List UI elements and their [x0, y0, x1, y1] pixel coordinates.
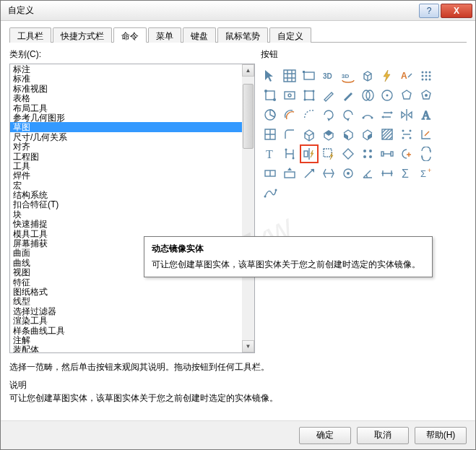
sigma-plus-icon[interactable]: Σ+: [417, 164, 436, 183]
tol-icon[interactable]: [261, 164, 280, 183]
arc-cw-icon[interactable]: [319, 105, 338, 124]
swap-icon[interactable]: [378, 105, 397, 124]
angle-icon[interactable]: [358, 164, 377, 183]
list-item[interactable]: 块: [10, 209, 254, 219]
list-item[interactable]: 工具: [10, 161, 254, 170]
hatch-icon[interactable]: [378, 125, 397, 144]
list-item[interactable]: 工程图: [10, 152, 254, 161]
grid2-icon[interactable]: [261, 125, 280, 144]
iso1-icon[interactable]: [319, 125, 338, 144]
dim-icon[interactable]: [378, 164, 397, 183]
dashed-arc-icon[interactable]: [300, 105, 319, 124]
help-button[interactable]: 帮助(H): [415, 427, 467, 444]
arrow-ur-icon[interactable]: [300, 164, 319, 183]
offset-c-icon[interactable]: [280, 105, 299, 124]
list-item[interactable]: 图纸格式: [10, 287, 254, 296]
list-item[interactable]: 注解: [10, 335, 254, 345]
stretch-icon[interactable]: [378, 144, 397, 163]
list-item[interactable]: 特征: [10, 277, 254, 287]
swap2-icon[interactable]: [417, 144, 436, 163]
grid-icon[interactable]: [280, 66, 299, 85]
half-plus-icon[interactable]: [397, 144, 416, 163]
list-item[interactable]: 渲染工具: [10, 316, 254, 325]
list-item[interactable]: 样条曲线工具: [10, 326, 254, 335]
list-item[interactable]: 宏: [10, 181, 254, 190]
arc-open-icon[interactable]: [358, 105, 377, 124]
spline-edit-icon[interactable]: [261, 183, 280, 202]
iso3-icon[interactable]: [358, 125, 377, 144]
svg-text:3D: 3D: [342, 73, 349, 79]
arc-ccw-icon[interactable]: [339, 105, 358, 124]
pencil-fill-icon[interactable]: [339, 86, 358, 105]
node-rect-icon[interactable]: [261, 86, 280, 105]
scroll-up-button[interactable]: ▲: [242, 64, 254, 77]
list-item[interactable]: 对齐: [10, 142, 254, 151]
list-item[interactable]: 布局工具: [10, 103, 254, 113]
dim-dots-icon[interactable]: [397, 125, 416, 144]
mirror-bolt-icon[interactable]: [300, 144, 319, 163]
list-item[interactable]: 焊件: [10, 170, 254, 180]
cube-icon[interactable]: [358, 66, 377, 85]
sigma-icon[interactable]: Σ: [397, 164, 416, 183]
rect-corner-icon[interactable]: [300, 66, 319, 85]
cursor-icon[interactable]: [261, 66, 280, 85]
circle-center-icon[interactable]: [378, 86, 397, 105]
pencil-icon[interactable]: [319, 86, 338, 105]
scroll-thumb[interactable]: [243, 84, 254, 149]
list-item[interactable]: 结构系统: [10, 190, 254, 199]
list-item[interactable]: 扣合特征(T): [10, 199, 254, 209]
tol-up-icon[interactable]: [280, 164, 299, 183]
flip-icon[interactable]: [319, 164, 338, 183]
close-title-button[interactable]: X: [441, 4, 472, 18]
tab-命令[interactable]: 命令: [113, 27, 147, 43]
tab-菜单[interactable]: 菜单: [148, 27, 181, 43]
poly-filled-icon[interactable]: [417, 86, 436, 105]
list-item[interactable]: 选择过滤器: [10, 306, 254, 316]
list-item[interactable]: 草图: [10, 122, 254, 131]
scroll-track[interactable]: [242, 77, 254, 340]
scrollbar[interactable]: ▲ ▼: [242, 64, 254, 352]
mirror-icon[interactable]: [397, 105, 416, 124]
diamond-icon[interactable]: [339, 144, 358, 163]
eye-rect-icon[interactable]: [280, 86, 299, 105]
help-title-button[interactable]: ?: [419, 4, 439, 18]
iso2-icon[interactable]: [339, 125, 358, 144]
list-item[interactable]: 快速捕捉: [10, 219, 254, 228]
fillet-icon[interactable]: [280, 125, 299, 144]
H-icon[interactable]: [280, 144, 299, 163]
list-item[interactable]: 标准: [10, 74, 254, 83]
categories-listbox[interactable]: 标注标准标准视图表格布局工具参考几何图形草图尺寸/几何关系对齐工程图工具焊件宏结…: [9, 64, 255, 353]
T-icon[interactable]: T: [261, 144, 280, 163]
tab-快捷方式栏[interactable]: 快捷方式栏: [53, 27, 112, 43]
a-pen-icon[interactable]: A: [397, 66, 416, 85]
cancel-button[interactable]: 取消: [357, 427, 409, 444]
tab-键盘[interactable]: 键盘: [183, 27, 216, 43]
list-item[interactable]: 表格: [10, 93, 254, 103]
svg-point-23: [313, 99, 315, 101]
tab-鼠标笔势[interactable]: 鼠标笔势: [217, 27, 268, 43]
dots-2x2-icon[interactable]: [358, 144, 377, 163]
poly-icon[interactable]: [397, 86, 416, 105]
bolt-icon[interactable]: [378, 66, 397, 85]
list-item[interactable]: 标注: [10, 64, 254, 74]
list-item[interactable]: 尺寸/几何关系: [10, 132, 254, 142]
nodes-icon[interactable]: [300, 86, 319, 105]
list-item[interactable]: 线型: [10, 296, 254, 306]
select-bolt-icon[interactable]: [319, 144, 338, 163]
corner-k-icon[interactable]: [417, 125, 436, 144]
dot-grid-icon[interactable]: [417, 66, 436, 85]
3d-icon[interactable]: 3D: [319, 66, 338, 85]
double-ellipse-icon[interactable]: [358, 86, 377, 105]
list-item[interactable]: 参考几何图形: [10, 113, 254, 122]
3d-rot-icon[interactable]: 3D: [339, 66, 358, 85]
list-item[interactable]: 装配体: [10, 345, 254, 352]
tab-工具栏[interactable]: 工具栏: [9, 27, 51, 43]
tab-自定义[interactable]: 自定义: [269, 27, 311, 43]
list-item[interactable]: 标准视图: [10, 84, 254, 93]
A-tool-icon[interactable]: A: [417, 105, 436, 124]
cube2-icon[interactable]: [300, 125, 319, 144]
circle-dot-icon[interactable]: [339, 164, 358, 183]
pie-icon[interactable]: [261, 105, 280, 124]
ok-button[interactable]: 确定: [299, 427, 351, 444]
scroll-down-button[interactable]: ▼: [242, 340, 254, 352]
